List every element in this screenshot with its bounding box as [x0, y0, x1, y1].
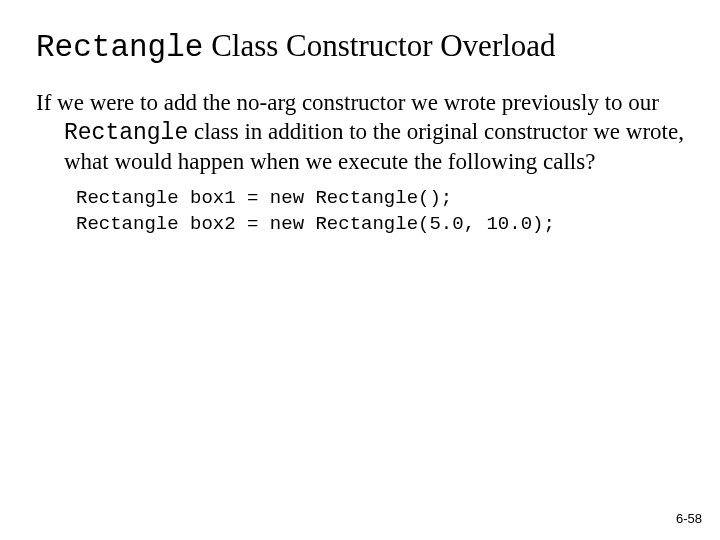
title-rest: Class Constructor Overload [203, 28, 555, 63]
body-paragraph: If we were to add the no-arg constructor… [36, 89, 684, 176]
code-line-2: Rectangle box2 = new Rectangle(5.0, 10.0… [76, 213, 555, 235]
code-line-1: Rectangle box1 = new Rectangle(); [76, 187, 452, 209]
paragraph-pre: If we were to add the no-arg constructor… [36, 90, 659, 115]
code-block: Rectangle box1 = new Rectangle(); Rectan… [76, 186, 684, 237]
title-code: Rectangle [36, 30, 203, 65]
slide-title: Rectangle Class Constructor Overload [36, 28, 684, 65]
page-number: 6-58 [676, 511, 702, 526]
paragraph-code: Rectangle [64, 120, 188, 146]
